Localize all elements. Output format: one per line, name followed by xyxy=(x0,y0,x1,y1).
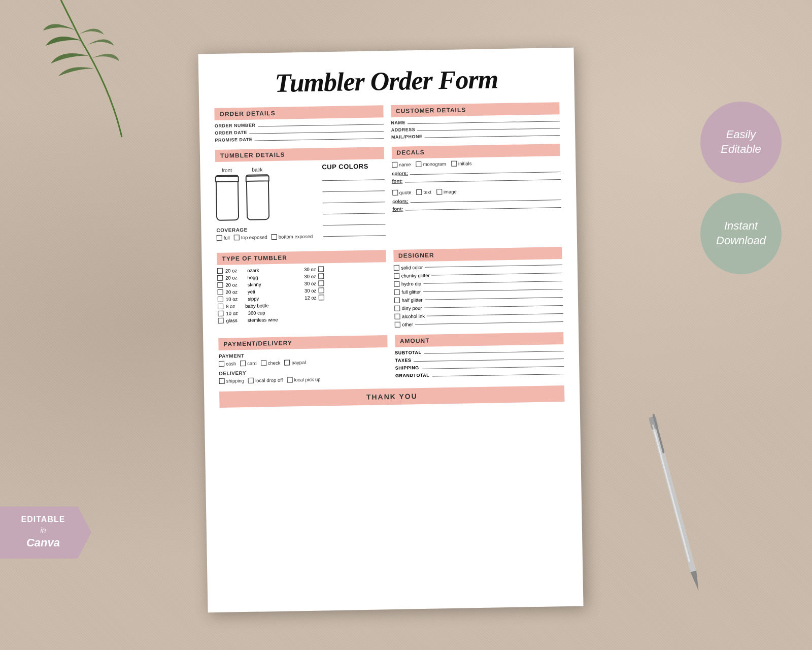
easily-editable-badge: Easily Editable xyxy=(700,102,782,183)
type-right-cb4[interactable] xyxy=(318,287,324,293)
cash-cb[interactable] xyxy=(219,361,224,367)
subtotal-label: SUBTOTAL xyxy=(395,350,421,355)
front-cup: front xyxy=(215,167,239,221)
order-date-field: ORDER DATE xyxy=(215,127,384,136)
top-exposed-checkbox[interactable] xyxy=(234,235,240,240)
name-label: NAME xyxy=(391,120,405,125)
back-label: back xyxy=(252,167,262,172)
side-badges-container: Easily Editable Instant Download xyxy=(700,102,782,274)
coverage-section: COVERAGE full top exposed xyxy=(216,225,318,240)
mailphone-label: MAIL/PHONE xyxy=(391,134,423,140)
type-right-30-1: 30 oz xyxy=(304,265,386,272)
customer-details-section: CUSTOMER DETAILS NAME ADDRESS MAIL/PHONE xyxy=(391,102,560,142)
type-10-360cup: 10 oz 360 cup xyxy=(218,309,299,316)
decals-header: DECALS xyxy=(391,144,560,159)
designer-full-glitter: full glitter xyxy=(394,286,563,295)
decal-image-checkbox[interactable] xyxy=(436,189,442,194)
type-right-cb2[interactable] xyxy=(318,273,324,279)
payment-delivery-header: PAYMENT/DELIVERY xyxy=(218,335,387,350)
alcohol-ink-label: alcohol ink xyxy=(402,313,425,319)
decal-quote-item: quote xyxy=(392,189,412,196)
designer-solid-color: solid color xyxy=(393,262,562,271)
type-right-cb1[interactable] xyxy=(318,266,323,272)
full-glitter-cb[interactable] xyxy=(394,289,399,295)
shipping-amount-label: SHIPPING xyxy=(395,365,419,371)
designer-half-glitter: half glitter xyxy=(394,295,563,303)
type-baby-bottle-cb[interactable] xyxy=(218,304,223,309)
half-glitter-cb[interactable] xyxy=(394,298,399,303)
chunky-glitter-line xyxy=(432,273,562,275)
palm-leaf-decoration xyxy=(41,0,152,142)
bottom-sections: PAYMENT/DELIVERY PAYMENT cash card check xyxy=(218,332,564,384)
order-details-section: ORDER DETAILS ORDER NUMBER ORDER DATE PR… xyxy=(214,105,384,145)
local-pickup-cb[interactable] xyxy=(287,377,292,382)
dirty-pour-cb[interactable] xyxy=(394,306,400,311)
bottom-exposed-checkbox[interactable] xyxy=(272,234,277,240)
decal-text-checkbox[interactable] xyxy=(416,189,422,195)
cup-colors-section: CUP COLORS xyxy=(322,162,385,241)
color-line-5 xyxy=(323,217,385,225)
type-right-30oz-1: 30 oz xyxy=(304,267,316,272)
type-right-12oz: 12 oz xyxy=(304,295,316,301)
type-right-cb5[interactable] xyxy=(318,295,324,300)
type-360cup-cb[interactable] xyxy=(218,311,223,316)
other-cb[interactable] xyxy=(394,322,400,328)
decals-row1: name monogram initials xyxy=(392,159,561,168)
type-yeti-cb[interactable] xyxy=(218,289,223,295)
form-title: Tumbler Order Form xyxy=(214,63,559,99)
card-cb[interactable] xyxy=(240,361,246,366)
paypal-cb[interactable] xyxy=(284,360,290,365)
type-stemless-cb[interactable] xyxy=(218,318,224,323)
designer-alcohol-ink: alcohol ink xyxy=(394,311,563,319)
address-line xyxy=(417,128,560,131)
paypal-label: paypal xyxy=(291,360,306,365)
order-details-header: ORDER DETAILS xyxy=(214,105,383,120)
tumbler-designer-sections: TYPE OF TUMBLER 20 oz ozark 20 oz hogg xyxy=(217,247,563,333)
solid-color-cb[interactable] xyxy=(393,265,399,271)
decal-monogram-checkbox[interactable] xyxy=(416,161,421,167)
canva-badge: EDITABLE in Canva xyxy=(0,506,91,559)
full-label: full xyxy=(224,235,230,241)
shipping-cb[interactable] xyxy=(219,378,225,384)
decal-quote-checkbox[interactable] xyxy=(392,190,398,196)
delivery-options: shipping local drop off local pick up xyxy=(219,375,388,384)
type-ozark-cb[interactable] xyxy=(217,268,223,274)
designer-chunky-glitter: chunky glitter xyxy=(394,270,563,279)
type-sippy-name: sippy xyxy=(248,296,259,302)
solid-color-label: solid color xyxy=(401,265,423,271)
type-20-skinny: 20 oz skinny xyxy=(217,281,299,288)
type-ozark-name: ozark xyxy=(247,268,259,273)
hydro-dip-cb[interactable] xyxy=(394,281,399,287)
type-yeti-name: yeti xyxy=(248,289,255,295)
amount-content: SUBTOTAL TAXES SHIPPING GRANDTOTAL xyxy=(395,347,564,378)
decal-font1-field: font: xyxy=(392,175,561,184)
coverage-top: top exposed xyxy=(234,234,267,240)
decal-text-item: text xyxy=(416,189,431,196)
chunky-glitter-cb[interactable] xyxy=(394,273,399,279)
promise-date-line xyxy=(254,138,384,141)
decal-name-item: name xyxy=(392,161,411,168)
tumbler-details-section: TUMBLER DETAILS front back xyxy=(215,147,386,243)
alcohol-ink-cb[interactable] xyxy=(394,314,400,319)
decal-name-checkbox[interactable] xyxy=(392,162,397,168)
type-skinny-cb[interactable] xyxy=(217,282,223,288)
type-right-30-4: 30 oz xyxy=(304,286,386,294)
payment-card: card xyxy=(240,361,257,367)
type-right-cb3[interactable] xyxy=(318,280,324,286)
middle-sections: TUMBLER DETAILS front back xyxy=(215,144,562,248)
color-line-1 xyxy=(322,173,385,181)
type-10-sippy: 10 oz sippy xyxy=(218,295,299,302)
local-drop-cb[interactable] xyxy=(248,378,254,383)
order-details-fields: ORDER NUMBER ORDER DATE PROMISE DATE xyxy=(215,120,384,143)
full-checkbox[interactable] xyxy=(217,235,222,241)
delivery-local-drop: local drop off xyxy=(248,377,283,383)
decal-initials-checkbox[interactable] xyxy=(451,161,457,167)
type-right-30-3: 30 oz xyxy=(304,279,386,286)
payment-delivery-section: PAYMENT/DELIVERY PAYMENT cash card check xyxy=(218,335,388,384)
payment-check: check xyxy=(261,360,281,366)
type-right-30oz-2: 30 oz xyxy=(304,274,316,279)
type-header: TYPE OF TUMBLER xyxy=(217,250,386,265)
type-sippy-cb[interactable] xyxy=(218,297,223,302)
check-cb[interactable] xyxy=(261,360,266,366)
type-hogg-cb[interactable] xyxy=(217,275,223,281)
